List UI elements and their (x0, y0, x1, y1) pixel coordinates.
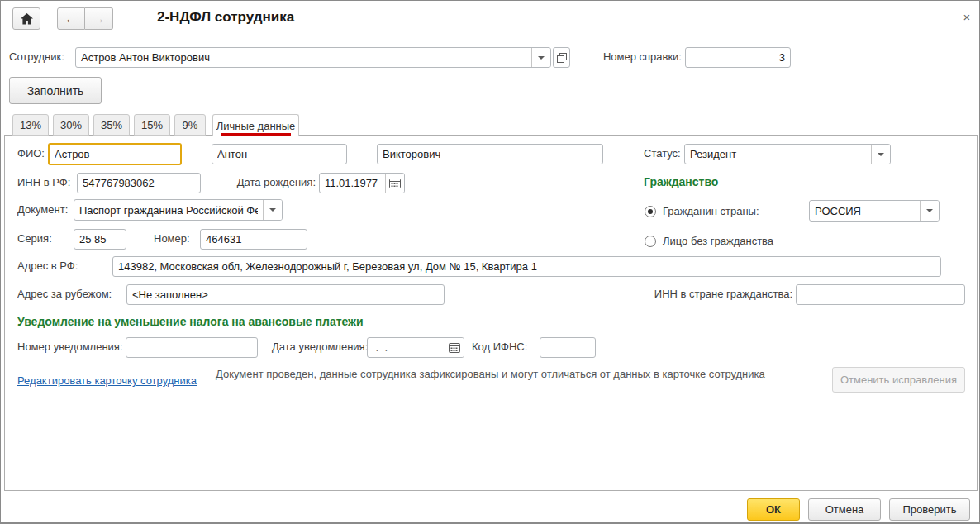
undo-corrections-button: Отменить исправления (832, 367, 965, 393)
fill-button[interactable]: Заполнить (9, 77, 102, 104)
notice-date-label: Дата уведомления: (272, 337, 364, 357)
doc-number-input[interactable] (200, 229, 307, 250)
calendar-icon (389, 178, 401, 188)
tab-rate-13[interactable]: 13% (12, 114, 49, 136)
employee-open-button[interactable] (553, 47, 570, 68)
notice-date-field (367, 337, 464, 358)
citizenship-heading: Гражданство (644, 175, 718, 188)
inn-foreign-label: ИНН в стране гражданства: (637, 284, 792, 304)
employee-dropdown-button[interactable] (531, 48, 550, 67)
open-form-icon (557, 53, 567, 63)
certificate-number-label: Номер справки: (599, 47, 682, 67)
inn-foreign-input[interactable] (796, 284, 965, 305)
status-input[interactable] (685, 145, 871, 164)
posted-note: Документ проведен, данные сотрудника заф… (216, 368, 765, 380)
country-input[interactable] (810, 201, 920, 221)
document-combobox (74, 199, 283, 221)
country-dropdown-button[interactable] (920, 201, 939, 221)
status-combobox (684, 144, 891, 164)
doc-number-label: Номер: (154, 229, 190, 249)
home-icon (21, 13, 33, 25)
birth-date-field (319, 173, 405, 193)
address-abroad-label: Адрес за рубежом: (17, 284, 112, 304)
employee-combobox (75, 47, 551, 68)
citizen-of-country-radio[interactable] (645, 206, 656, 217)
fio-label: ФИО: (17, 144, 45, 164)
calendar-icon (449, 342, 460, 353)
ifns-code-input[interactable] (540, 337, 596, 358)
address-rf-label: Адрес в РФ: (17, 256, 78, 276)
middle-name-input[interactable] (377, 144, 603, 164)
first-name-input[interactable] (212, 144, 347, 164)
chevron-down-icon (538, 56, 545, 60)
status-label: Статус: (644, 144, 681, 164)
check-button[interactable]: Проверить (889, 498, 970, 521)
document-input[interactable] (74, 200, 263, 220)
tab-personal-data[interactable]: Личные данные (212, 114, 299, 136)
series-label: Серия: (17, 229, 52, 249)
country-combobox (809, 200, 940, 222)
inn-rf-label: ИНН в РФ: (17, 173, 70, 193)
notice-number-input[interactable] (126, 337, 258, 358)
notice-number-label: Номер уведомления: (17, 337, 123, 357)
birth-date-input[interactable] (320, 174, 385, 193)
advance-notice-heading: Уведомление на уменьшение налога на аван… (17, 315, 364, 328)
employee-input[interactable] (76, 48, 531, 67)
page-title: 2-НДФЛ сотрудника (157, 9, 294, 26)
employee-label: Сотрудник: (9, 47, 64, 67)
tab-rate-30[interactable]: 30% (53, 114, 89, 136)
forward-button[interactable]: → (85, 7, 113, 30)
chevron-down-icon (878, 153, 884, 156)
chevron-down-icon (926, 209, 933, 212)
birth-date-label: Дата рождения: (235, 173, 316, 193)
notice-date-input[interactable] (368, 338, 445, 357)
stateless-label[interactable]: Лицо без гражданства (663, 231, 773, 251)
address-rf-input[interactable] (112, 256, 941, 277)
home-button[interactable] (12, 7, 40, 30)
tab-rate-35[interactable]: 35% (93, 114, 130, 136)
tab-rate-15[interactable]: 15% (134, 114, 170, 136)
tab-rate-9[interactable]: 9% (174, 114, 206, 136)
ifns-code-label: Код ИФНС: (472, 337, 527, 357)
back-button[interactable]: ← (57, 7, 85, 30)
document-dropdown-button[interactable] (263, 200, 282, 220)
forward-icon: → (93, 12, 106, 26)
employee-2ndfl-window: ← → 2-НДФЛ сотрудника × Сотрудник: Номер… (0, 0, 980, 524)
status-dropdown-button[interactable] (871, 145, 890, 164)
birth-date-calendar-button[interactable] (385, 174, 404, 193)
series-input[interactable] (74, 229, 126, 250)
last-name-input[interactable] (48, 143, 182, 165)
document-label: Документ: (17, 200, 68, 220)
citizen-of-country-label[interactable]: Гражданин страны: (663, 202, 759, 222)
certificate-number-input[interactable] (685, 47, 791, 68)
ok-button[interactable]: ОК (747, 498, 800, 521)
history-nav: ← → (57, 7, 113, 30)
back-icon: ← (64, 12, 78, 26)
inn-rf-input[interactable] (77, 173, 201, 193)
notice-date-calendar-button[interactable] (445, 338, 464, 357)
close-icon[interactable]: × (959, 9, 974, 24)
edit-employee-card-link[interactable]: Редактировать карточку сотрудника (17, 374, 197, 387)
chevron-down-icon (269, 208, 276, 212)
address-abroad-input[interactable] (126, 284, 445, 305)
cancel-button[interactable]: Отмена (808, 498, 881, 521)
stateless-radio[interactable] (645, 236, 656, 247)
